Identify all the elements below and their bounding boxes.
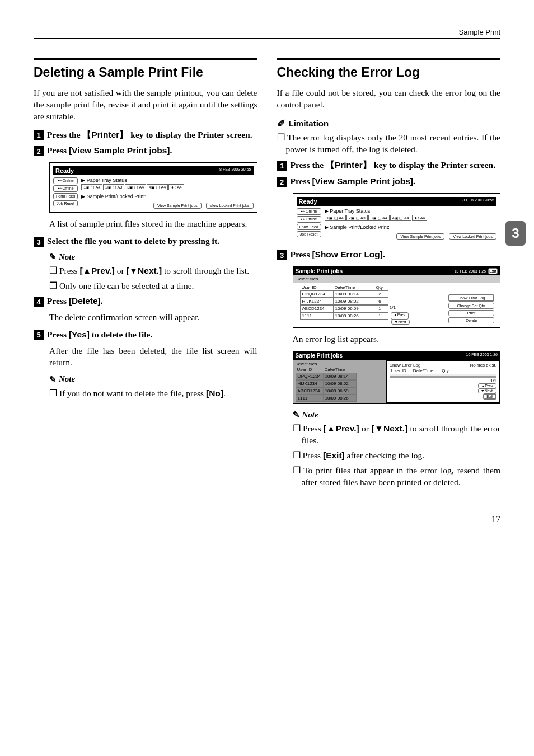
el-page: 1/1 [490, 378, 496, 383]
page-header-label: Sample Print [34, 28, 500, 39]
pencil-icon-2: ✎ [49, 374, 57, 384]
rn1-pre: Press [303, 424, 324, 433]
s5-pre: Press [47, 330, 69, 339]
jt-r1-d: 10/09 08:02 [333, 298, 372, 305]
s4-pre: Press [47, 296, 69, 306]
fig-online-r: ⊷ Online [297, 208, 321, 215]
n1-post: to scroll through the list. [162, 266, 249, 275]
tray-3-r: 3▣ ▢ A4 [368, 215, 390, 221]
r-s1-post: key to display the Printer screen. [372, 160, 495, 170]
fig-offline-btn: ⊷ Offline [53, 185, 78, 192]
jt-r3-u: 1111 [300, 312, 334, 320]
r-s3-post: . [383, 250, 385, 259]
jt-h-qty: Qty. [372, 284, 388, 290]
step-3-right: 3 Press [Show Error Log]. [277, 249, 501, 261]
note-heading-right: ✎Note [293, 410, 501, 420]
tray-1: 1▣ ▢ A4 [81, 184, 102, 190]
el-r0-u: OPQR1234 [296, 373, 324, 380]
notes-list-right: Press [▲Prev.] or [▼Next.] to scroll thr… [293, 423, 501, 489]
notes-list-1: Press [▲Prev.] or [▼Next.] to scroll thr… [49, 265, 257, 292]
next-btn-label: [▼Next.] [127, 266, 162, 275]
note-heading-1: ✎Note [49, 252, 257, 262]
jt-delete: Delete [448, 317, 494, 323]
step2-result: A list of sample print files stored in t… [49, 218, 257, 230]
el-r0-d: 10/09 08:14 [323, 373, 357, 380]
jt-select: Select files. [293, 275, 500, 283]
tray-3: 3▣ ▢ A4 [125, 184, 146, 190]
view-sample-label: [View Sample Print jobs] [69, 145, 170, 155]
tray-4-r: 4▣ ▢ A4 [390, 215, 411, 221]
r-s2-pre: Press [291, 176, 312, 186]
step-num-1-icon: 1 [34, 130, 44, 140]
jt-r3-d: 10/09 08:26 [333, 312, 372, 320]
limitation-icon: ✐ [277, 118, 285, 130]
fig-jobreset-r: Job Reset [297, 231, 321, 237]
fig-tray-status-r: ▶ Paper Tray Status [325, 208, 496, 214]
fig-tray-status: ▶ Paper Tray Status [81, 177, 253, 183]
el-sel: Select files. [296, 361, 384, 367]
el-panel-h: Show Error Log [390, 363, 421, 368]
step-2-left: 2 Press [View Sample Print jobs]. [34, 145, 257, 157]
el-h-d2: Date/Time [411, 368, 439, 374]
jt-r3-q: 1 [372, 312, 388, 320]
step-1-right: 1 Press the 【Printer】 key to display the… [277, 159, 501, 171]
s4-result: The delete confirmation screen will appe… [49, 312, 257, 323]
fig-view-locked-r: View Locked Print jobs [449, 233, 496, 240]
el-r2-u: ABCD1234 [296, 387, 324, 395]
left-column: Deleting a Sample Print File If you are … [34, 58, 257, 492]
note-label: Note [59, 252, 75, 262]
rn1-next: [▼Next.] [371, 424, 407, 433]
n1-pre: Press [59, 266, 80, 275]
fig-online-btn: ⊷ Online [53, 177, 78, 184]
el-h-u: User ID [296, 367, 324, 373]
section-title-left: Deleting a Sample Print File [34, 58, 257, 81]
step-num-4-icon: 4 [34, 297, 44, 307]
step-4-left: 4 Press [Delete]. [34, 295, 257, 307]
fig-ready-title: Ready [55, 167, 74, 174]
limitation-heading: ✐ Limitation [277, 118, 501, 130]
n1-mid: or [115, 266, 127, 275]
el-title: Sample Print jobs [296, 353, 343, 359]
el-next: ▼Next. [478, 388, 496, 393]
jt-next: ▼Next. [391, 320, 410, 325]
prev-btn-label: [▲Prev.] [79, 266, 114, 275]
jt-r0-q: 2 [372, 290, 388, 298]
s5-result: After the file has been deleted, the fil… [49, 345, 257, 369]
tray-2-r: 2▣ ▢ A3 [346, 215, 368, 221]
r-printer-key: Printer [335, 160, 363, 170]
limitation-list: The error log displays only the 20 most … [277, 132, 501, 156]
step-num-5-icon: 5 [34, 330, 44, 340]
el-h-u2: User ID [390, 368, 412, 374]
jt-r1-q: 6 [372, 298, 388, 305]
step3-text: Select the file you want to delete by pr… [47, 236, 219, 247]
side-chapter-tab: 3 [505, 221, 526, 246]
el-r1-u: HIJK1234 [296, 380, 324, 387]
el-r3-d: 10/09 08:26 [323, 395, 357, 402]
no-btn-label: [No] [206, 388, 223, 398]
n2-post: . [223, 388, 226, 398]
jt-ts: 10 FEB 2003 1:25 [455, 269, 486, 273]
fig-view-locked-btn: View Locked Print jobs [206, 203, 254, 209]
tray-bypass-r: ⬇↕ A4 [412, 215, 428, 221]
s4-post: . [101, 296, 103, 306]
el-h-q2: Qty. [439, 368, 453, 374]
yes-btn-label: [Yes] [69, 330, 90, 339]
jt-r2-q: 1 [372, 305, 388, 312]
right-column: Checking the Error Log If a file could n… [277, 58, 501, 492]
figure-ready-panel-left: Ready8 FEB 2003 20:55 ⊷ Online ⊷ Offline… [49, 162, 257, 213]
el-prev: ▲Prev. [478, 383, 496, 388]
note-heading-2: ✎Note [49, 374, 257, 384]
intro-left: If you are not satisfied with the sample… [34, 87, 257, 123]
jt-show-error: Show Error Log [448, 294, 494, 302]
fig-sample-locked-r: ▶ Sample Print/Locked Print: [325, 224, 496, 230]
rn2-pre: Press [302, 450, 323, 460]
jt-r2-d: 10/09 06:59 [333, 305, 372, 312]
fig-ready-title-r: Ready [299, 198, 317, 205]
note-label-2: Note [59, 374, 75, 384]
fig-formfeed-btn: Form Feed [53, 193, 78, 199]
tray-4: 4▣ ▢ A4 [147, 184, 168, 190]
step-num-2r-icon: 2 [277, 177, 287, 187]
jt-prev: ▲Prev. [391, 312, 409, 320]
notes-list-2: If you do not want to delete the file, p… [49, 388, 257, 400]
step1-post: key to display the Printer screen. [128, 130, 252, 139]
